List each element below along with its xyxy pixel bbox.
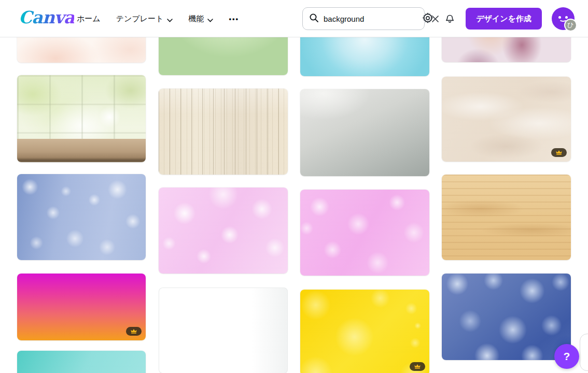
background-tile-pink-bokeh-soft[interactable] <box>159 188 288 274</box>
top-navbar: Canva ホーム テンプレート 機能 ••• <box>0 0 588 37</box>
search-input[interactable] <box>324 15 427 23</box>
crown-icon <box>414 364 421 369</box>
avatar-badge: ひ <box>564 19 577 32</box>
nav-item-features[interactable]: 機能 <box>188 14 213 24</box>
background-tile-blue-bokeh-dark[interactable] <box>442 274 571 360</box>
chevron-down-icon <box>207 15 213 24</box>
search-bar[interactable] <box>302 7 425 30</box>
nav-item-templates[interactable]: テンプレート <box>116 14 173 24</box>
nav-item-home[interactable]: ホーム <box>77 14 101 24</box>
background-tile-silver-gradient[interactable] <box>300 89 429 176</box>
background-tile-blue-bokeh-light[interactable] <box>17 174 146 260</box>
background-tile-window-table[interactable] <box>17 75 146 162</box>
main-nav: ホーム テンプレート 機能 ••• <box>77 0 239 37</box>
background-tile-cream-marble[interactable] <box>442 77 571 162</box>
search-icon <box>309 13 319 25</box>
nav-home-label: ホーム <box>77 14 101 24</box>
gear-icon <box>422 12 434 26</box>
premium-crown-badge <box>126 327 142 336</box>
chevron-down-icon <box>167 15 173 24</box>
background-tile-yellow-circles[interactable] <box>300 290 429 373</box>
background-tile-light-wood[interactable] <box>442 175 571 260</box>
crown-icon <box>555 150 563 155</box>
nav-templates-label: テンプレート <box>116 14 164 24</box>
nav-features-label: 機能 <box>188 14 204 24</box>
help-button[interactable]: ? <box>554 344 579 369</box>
bell-icon <box>444 12 456 26</box>
edge-card-corner <box>580 334 588 371</box>
nav-overflow-menu[interactable]: ••• <box>229 15 239 23</box>
background-tile-white-subtle[interactable] <box>159 288 288 373</box>
premium-crown-badge <box>410 362 425 371</box>
search-results-grid <box>0 0 588 373</box>
settings-button[interactable] <box>422 12 434 26</box>
notifications-button[interactable] <box>444 12 456 26</box>
background-tile-white-wood-planks[interactable] <box>159 89 288 175</box>
canva-logo[interactable]: Canva <box>19 7 74 27</box>
background-tile-teal-gradient[interactable] <box>17 351 146 373</box>
premium-crown-badge <box>551 148 567 157</box>
background-tile-pink-bokeh[interactable] <box>300 190 429 276</box>
background-tile-magenta-orange[interactable] <box>17 274 146 340</box>
header-actions: デザインを作成 ひ <box>422 0 575 37</box>
account-avatar[interactable]: ひ <box>552 7 575 30</box>
crown-icon <box>130 328 137 334</box>
create-design-button[interactable]: デザインを作成 <box>466 8 542 30</box>
